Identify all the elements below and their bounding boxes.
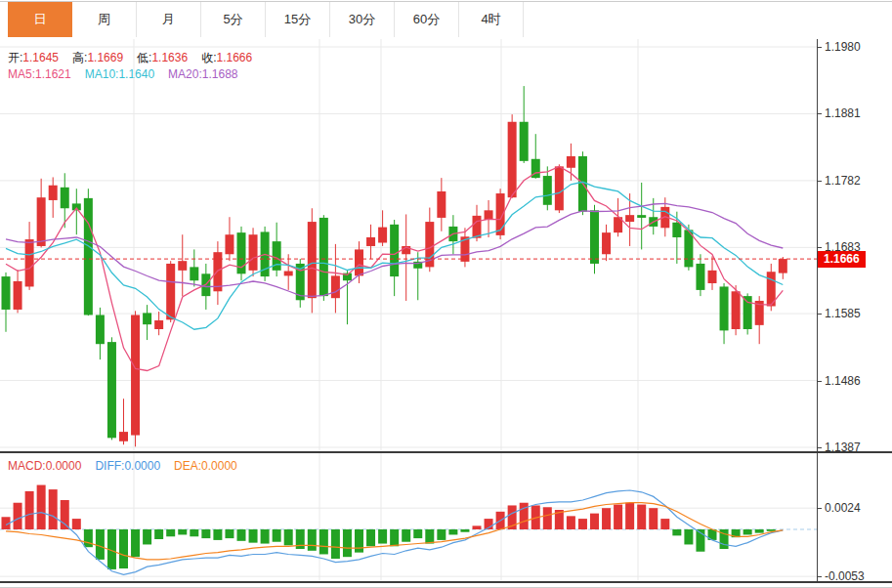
macd-hist-bar [543,507,552,529]
macd-hist-bar [343,529,352,557]
y-axis-tick [817,181,822,182]
candle-body [213,252,222,291]
macd-hist-bar [437,529,446,540]
macd-hist-bar [37,485,46,529]
candle-body [154,320,163,329]
macd-hist-bar [49,489,58,529]
macd-hist-bar [190,529,198,536]
candle-body [284,272,293,276]
kline-app: 日周月5分15分30分60分4时 开:1.1645高:1.1669低:1.163… [0,0,892,588]
candle-body [366,237,375,246]
macd-hist-bar [366,529,375,546]
macd-hist-bar [590,514,599,529]
tab-5分[interactable]: 5分 [201,2,266,37]
y-axis-tick [817,508,822,509]
macd-hist-bar [237,529,246,541]
candle-body [473,216,482,238]
macd-hist-bar [213,529,222,540]
candle-body [543,176,552,205]
y-axis-label: 0.0024 [825,501,861,515]
candle-body [590,210,599,264]
y-axis-tick [817,381,822,382]
candle-body [166,264,175,319]
tab-周[interactable]: 周 [72,2,137,37]
macd-hist-bar [25,491,34,529]
tab-30分[interactable]: 30分 [330,2,395,37]
current-price-tag: 1.1666 [818,251,866,268]
macd-hist-bar [649,508,658,529]
macd-hist-bar [131,529,140,557]
macd-hist-bar [567,516,575,529]
candle-body [696,264,704,290]
macd-hist-bar [672,529,681,535]
y-axis-tick [817,314,822,315]
macd-hist-bar [355,529,363,553]
y-axis-label: 1.1980 [825,40,861,54]
y-axis-label: 1.1782 [825,174,861,188]
candle-body [672,223,681,237]
main-candlestick-chart[interactable] [0,39,817,451]
macd-hist-bar [743,529,752,534]
macd-hist-bar [425,529,434,544]
candle-body [378,228,387,243]
macd-hist-bar [390,529,399,546]
macd-chart[interactable] [0,453,817,581]
tab-15分[interactable]: 15分 [266,2,330,37]
macd-hist-bar [261,529,270,544]
candle-body [637,215,646,218]
y-axis-label: 1.1585 [825,307,861,320]
macd-hist-bar [378,529,387,544]
candle-body [602,232,611,254]
candle-body [131,315,140,435]
period-tab-bar: 日周月5分15分30分60分4时 [8,2,524,37]
macd-hist-bar [284,529,293,545]
candle-body [437,191,446,218]
candle-body [178,261,187,271]
macd-hist-bar [331,529,340,559]
candle-body [708,271,717,283]
macd-hist-bar [225,529,234,538]
macd-hist-bar [154,529,163,539]
y-axis-label: 1.1486 [825,374,861,388]
bottom-border [0,581,892,583]
candle-body [61,188,69,208]
macd-hist-bar [72,519,81,529]
macd-hist-bar [413,529,422,538]
candle-body [225,234,234,254]
tab-日[interactable]: 日 [8,2,72,37]
candle-body [14,281,22,310]
candle-body [84,198,93,315]
tab-月[interactable]: 月 [137,2,201,37]
macd-hist-bar [201,529,210,538]
candle-body [567,156,575,168]
candle-body [743,296,752,329]
tab-4时[interactable]: 4时 [459,2,524,37]
candle-body [308,222,317,298]
macd-hist-bar [178,529,187,534]
candle-body [190,267,198,280]
macd-hist-bar [119,529,128,568]
y-axis-tick [817,113,822,114]
tab-60分[interactable]: 60分 [395,2,459,37]
macd-hist-bar [143,529,151,544]
candle-body [555,166,564,210]
price-axis-line [817,39,818,583]
y-axis-label: 1.1881 [825,106,861,120]
candle-body [331,275,340,298]
macd-hist-bar [84,529,93,547]
macd-hist-bar [473,525,482,529]
candle-body [107,342,116,438]
candle-body [520,122,529,161]
macd-hist-bar [578,519,587,529]
macd-hist-bar [402,529,410,542]
candle-body [720,286,729,330]
macd-hist-bar [602,508,611,529]
candle-body [119,432,128,441]
macd-hist-bar [14,503,22,529]
macd-hist-bar [660,519,669,529]
candle-body [508,122,517,197]
macd-hist-bar [637,505,646,529]
candle-body [143,313,151,324]
macd-hist-bar [166,529,175,536]
macd-hist-bar [273,529,281,542]
